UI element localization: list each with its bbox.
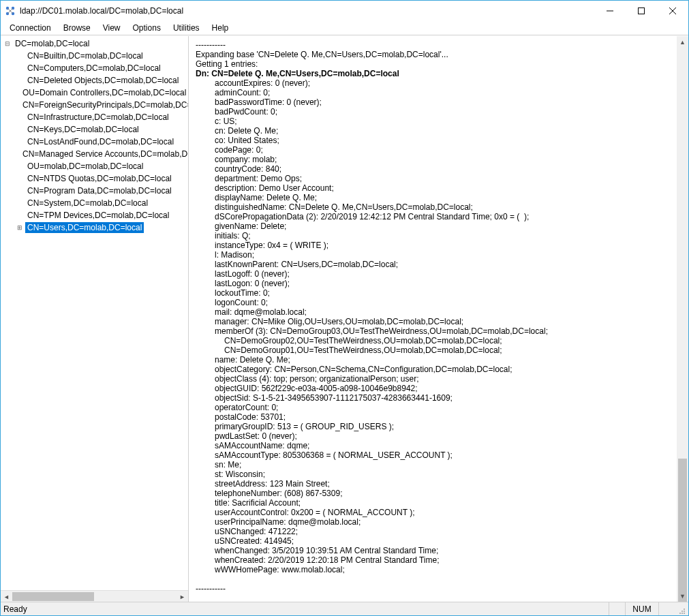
tree-node[interactable]: CN=NTDS Quotas,DC=molab,DC=local — [3, 172, 188, 185]
detail-line: name: Delete Q. Me; — [196, 355, 670, 365]
tree-node[interactable]: OU=molab,DC=molab,DC=local — [3, 160, 188, 172]
tree-item-label: CN=Computers,DC=molab,DC=local — [25, 63, 163, 74]
menu-utilities[interactable]: Utilities — [167, 22, 206, 34]
detail-line: ----------- — [196, 584, 670, 594]
scroll-up-icon[interactable]: ▲ — [677, 36, 688, 48]
tree-item-label: CN=ForeignSecurityPrincipals,DC=molab,DC… — [20, 99, 188, 110]
tree-node[interactable]: CN=Computers,DC=molab,DC=local — [3, 62, 188, 74]
detail-line: lastLogoff: 0 (never); — [196, 269, 670, 279]
tree-node[interactable]: CN=ForeignSecurityPrincipals,DC=molab,DC… — [3, 99, 188, 111]
menu-options[interactable]: Options — [127, 22, 167, 34]
tree-node[interactable]: ⊞CN=Users,DC=molab,DC=local — [3, 221, 188, 234]
detail-line: instanceType: 0x4 = ( WRITE ); — [196, 241, 670, 250]
svg-point-12 — [684, 611, 685, 612]
tree-hscrollbar[interactable]: ◄ ► — [1, 590, 188, 602]
details-content[interactable]: -----------Expanding base 'CN=Delete Q. … — [189, 36, 677, 602]
tree-node[interactable]: CN=Managed Service Accounts,DC=molab,DC=… — [3, 148, 188, 160]
tree-item-label: DC=molab,DC=local — [13, 38, 91, 49]
detail-line: dSCorePropagationData (2): 2/20/2019 12:… — [196, 212, 670, 221]
detail-line: memberOf (3): CN=DemoGroup03,OU=TestTheW… — [196, 326, 670, 336]
tree-collapse-icon[interactable]: ⊟ — [3, 40, 12, 48]
tree-leaf-icon — [16, 125, 24, 134]
detail-line: CN=DemoGroup01,OU=TestTheWeirdness,OU=mo… — [196, 345, 670, 355]
tree-node[interactable]: CN=Keys,DC=molab,DC=local — [3, 123, 188, 136]
tree-root-node[interactable]: ⊟DC=molab,DC=local — [3, 37, 188, 50]
vscroll-thumb[interactable] — [678, 459, 687, 602]
status-empty-1 — [609, 602, 625, 615]
svg-point-15 — [684, 609, 685, 610]
detail-line: uSNCreated: 414945; — [196, 536, 670, 546]
status-empty-2 — [658, 602, 675, 615]
detail-line: displayName: Delete Q. Me; — [196, 193, 670, 202]
detail-line: Expanding base 'CN=Delete Q. Me,CN=Users… — [196, 50, 670, 59]
maximize-button[interactable] — [626, 1, 657, 21]
scroll-down-icon[interactable]: ▼ — [677, 590, 688, 602]
menubar: Connection Browse View Options Utilities… — [1, 21, 688, 35]
detail-line: givenName: Delete; — [196, 221, 670, 231]
detail-line: co: United States; — [196, 136, 670, 145]
tree-leaf-icon — [16, 64, 24, 72]
scroll-left-icon[interactable]: ◄ — [1, 591, 12, 602]
detail-line: cn: Delete Q. Me; — [196, 126, 670, 136]
detail-line: Dn: CN=Delete Q. Me,CN=Users,DC=molab,DC… — [196, 69, 670, 78]
tree-item-label: CN=Keys,DC=molab,DC=local — [25, 124, 141, 135]
tree-leaf-icon — [16, 187, 24, 195]
tree-item-label: CN=Deleted Objects,DC=molab,DC=local — [25, 75, 181, 86]
svg-rect-7 — [639, 8, 645, 14]
tree-item-label: OU=Domain Controllers,DC=molab,DC=local — [20, 87, 188, 98]
detail-line: c: US; — [196, 117, 670, 126]
tree-expand-icon[interactable]: ⊞ — [16, 224, 24, 232]
tree-item-label: CN=TPM Devices,DC=molab,DC=local — [25, 210, 171, 221]
tree-node[interactable]: CN=Deleted Objects,DC=molab,DC=local — [3, 74, 188, 87]
minimize-button[interactable] — [594, 1, 626, 21]
tree-node[interactable]: CN=TPM Devices,DC=molab,DC=local — [3, 209, 188, 221]
scroll-right-icon[interactable]: ► — [177, 591, 188, 602]
tree-leaf-icon — [16, 138, 24, 146]
menu-view[interactable]: View — [97, 22, 127, 34]
tree-leaf-icon — [16, 101, 19, 109]
detail-line: title: Sacrificial Account; — [196, 498, 670, 508]
detail-line: wWWHomePage: www.molab.local; — [196, 565, 670, 574]
tree-node[interactable]: CN=System,DC=molab,DC=local — [3, 197, 188, 209]
status-ready: Ready — [3, 604, 609, 614]
close-button[interactable] — [657, 1, 688, 21]
detail-line: accountExpires: 0 (never); — [196, 78, 670, 88]
detail-line: codePage: 0; — [196, 145, 670, 155]
titlebar: ldap://DC01.molab.local/DC=molab,DC=loca… — [1, 1, 688, 21]
detail-line: badPasswordTime: 0 (never); — [196, 97, 670, 107]
tree-item-label: CN=NTDS Quotas,DC=molab,DC=local — [25, 173, 174, 184]
detail-line: initials: Q; — [196, 231, 670, 241]
tree-item-label: OU=molab,DC=molab,DC=local — [25, 161, 145, 172]
window-title: ldap://DC01.molab.local/DC=molab,DC=loca… — [20, 6, 594, 16]
tree-leaf-icon — [16, 211, 24, 219]
tree-node[interactable]: CN=Builtin,DC=molab,DC=local — [3, 50, 188, 62]
tree-leaf-icon — [16, 76, 24, 84]
hscroll-thumb[interactable] — [12, 592, 94, 601]
menu-connection[interactable]: Connection — [3, 22, 57, 34]
tree-node[interactable]: OU=Domain Controllers,DC=molab,DC=local — [3, 87, 188, 99]
detail-line: userPrincipalName: dqme@molab.local; — [196, 517, 670, 527]
tree-leaf-icon — [16, 113, 24, 121]
menu-help[interactable]: Help — [206, 22, 235, 34]
detail-line: logonCount: 0; — [196, 298, 670, 307]
main-split: ⊟DC=molab,DC=local CN=Builtin,DC=molab,D… — [1, 35, 688, 602]
tree-node[interactable]: CN=Infrastructure,DC=molab,DC=local — [3, 111, 188, 123]
details-vscrollbar[interactable]: ▲ ▼ — [677, 36, 688, 602]
statusbar: Ready NUM — [1, 602, 688, 615]
tree-node[interactable]: CN=Program Data,DC=molab,DC=local — [3, 185, 188, 197]
tree-item-label: CN=Builtin,DC=molab,DC=local — [25, 50, 145, 61]
detail-line: whenChanged: 3/5/2019 10:39:51 AM Centra… — [196, 546, 670, 555]
detail-line: description: Demo User Account; — [196, 183, 670, 193]
tree-scroll[interactable]: ⊟DC=molab,DC=local CN=Builtin,DC=molab,D… — [1, 36, 188, 590]
detail-line: whenCreated: 2/20/2019 12:20:18 PM Centr… — [196, 555, 670, 565]
detail-line: lockoutTime: 0; — [196, 288, 670, 298]
detail-line: primaryGroupID: 513 = ( GROUP_RID_USERS … — [196, 422, 670, 431]
resize-grip-icon[interactable] — [675, 604, 686, 615]
detail-line: pwdLastSet: 0 (never); — [196, 431, 670, 441]
svg-point-11 — [682, 613, 683, 614]
detail-line: objectGUID: 562f229c-e03a-4005-a098-1004… — [196, 384, 670, 393]
tree-node[interactable]: CN=LostAndFound,DC=molab,DC=local — [3, 136, 188, 148]
detail-line: badPwdCount: 0; — [196, 107, 670, 117]
window-controls — [594, 1, 688, 21]
menu-browse[interactable]: Browse — [57, 22, 97, 34]
